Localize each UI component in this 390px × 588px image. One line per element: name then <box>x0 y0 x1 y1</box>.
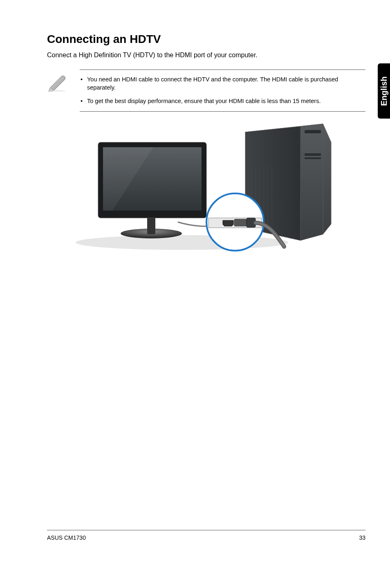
svg-rect-12 <box>305 130 321 133</box>
page-footer: ASUS CM1730 33 <box>47 530 365 541</box>
note-item: To get the best display performance, ens… <box>80 97 365 105</box>
footer-model: ASUS CM1730 <box>47 534 86 541</box>
svg-rect-13 <box>305 153 321 156</box>
note-block: You need an HDMI cable to connect the HD… <box>47 70 365 112</box>
hdtv-illustration <box>98 142 206 238</box>
note-content: You need an HDMI cable to connect the HD… <box>80 70 365 112</box>
page: English Connecting an HDTV Connect a Hig… <box>0 0 390 588</box>
footer-page-number: 33 <box>359 534 365 541</box>
pencil-note-icon <box>47 70 80 112</box>
language-tab: English <box>378 63 390 119</box>
intro-text: Connect a High Definition TV (HDTV) to t… <box>47 52 365 59</box>
svg-rect-14 <box>305 157 321 159</box>
svg-rect-17 <box>234 219 247 226</box>
svg-rect-3 <box>147 216 155 234</box>
hdmi-connection-illustration <box>72 120 333 255</box>
note-item: You need an HDMI cable to connect the HD… <box>80 76 365 92</box>
page-heading: Connecting an HDTV <box>47 33 365 46</box>
